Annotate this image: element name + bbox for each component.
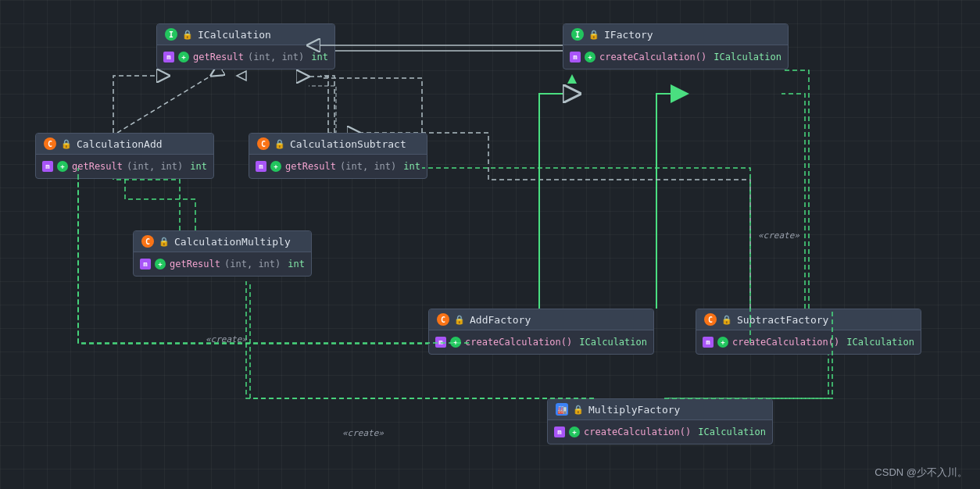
method-type-badge: m <box>570 52 581 62</box>
class-box-calculationadd: C 🔒 CalculationAdd m + getResult (int, i… <box>35 133 214 179</box>
method-createcalc-ifactory: m + createCalculation() ICalculation <box>570 49 781 65</box>
method-access-badge: + <box>155 259 166 269</box>
class-body-icalculation: m + getResult (int, int) int <box>157 45 334 69</box>
class-name-subtractfactory: SubtractFactory <box>737 314 828 326</box>
create-label-3: «create» <box>758 230 799 241</box>
lock-icon-calculationmultiply: 🔒 <box>159 237 170 247</box>
method-access-badge: + <box>57 161 68 172</box>
class-box-ifactory: I 🔒 IFactory m + createCalculation() ICa… <box>563 23 789 70</box>
class-header-subtractfactory: C 🔒 SubtractFactory <box>696 309 921 330</box>
interface-badge-icalculation: I <box>165 28 177 41</box>
method-type-badge: m <box>163 52 174 62</box>
class-header-icalculation: I 🔒 ICalculation <box>157 24 334 45</box>
svg-marker-7 <box>237 71 246 80</box>
class-box-calculationmultiply: C 🔒 CalculationMultiply m + getResult (i… <box>133 230 312 277</box>
create-label-2: «create» <box>342 428 384 438</box>
interface-badge-ifactory: I <box>571 28 584 41</box>
class-body-calculationsubtract: m + getResult (int, int) int <box>249 155 427 178</box>
method-getresult-icalculation: m + getResult (int, int) int <box>163 49 328 65</box>
class-header-multiplyfactory: 🏭 🔒 MultiplyFactory <box>548 399 772 420</box>
method-access-badge: + <box>717 337 728 348</box>
method-access-badge: + <box>569 427 580 437</box>
class-header-ifactory: I 🔒 IFactory <box>563 24 788 45</box>
svg-marker-8 <box>567 74 577 84</box>
class-name-icalculation: ICalculation <box>198 29 271 41</box>
lock-icon-ifactory: 🔒 <box>588 30 599 40</box>
method-access-badge: + <box>450 337 461 348</box>
method-getresult-calculationsubtract: m + getResult (int, int) int <box>256 159 420 174</box>
method-createcalc-addfactory: m + createCalculation() ICalculation <box>435 334 647 350</box>
class-body-addfactory: m + createCalculation() ICalculation <box>429 330 653 354</box>
class-body-calculationmultiply: m + getResult (int, int) int <box>134 252 311 276</box>
class-name-calculationadd: CalculationAdd <box>77 138 163 150</box>
class-badge-addfactory: C <box>437 313 449 326</box>
class-badge-calculationmultiply: C <box>141 235 154 248</box>
lock-icon-icalculation: 🔒 <box>182 30 193 40</box>
class-badge-multiplyfactory: 🏭 <box>556 403 568 416</box>
class-body-calculationadd: m + getResult (int, int) int <box>36 155 213 178</box>
class-badge-subtractfactory: C <box>704 313 717 326</box>
class-box-icalculation: I 🔒 ICalculation m + getResult (int, int… <box>156 23 335 70</box>
method-getresult-calculationmultiply: m + getResult (int, int) int <box>140 256 305 272</box>
method-type-badge: m <box>140 259 151 269</box>
method-access-badge: + <box>178 52 189 62</box>
class-header-addfactory: C 🔒 AddFactory <box>429 309 653 330</box>
class-box-multiplyfactory: 🏭 🔒 MultiplyFactory m + createCalculatio… <box>547 398 773 444</box>
class-name-calculationmultiply: CalculationMultiply <box>174 236 291 248</box>
class-body-multiplyfactory: m + createCalculation() ICalculation <box>548 420 772 444</box>
class-name-ifactory: IFactory <box>604 29 653 41</box>
class-name-calculationsubtract: CalculationSubtract <box>290 138 406 150</box>
method-type-badge: m <box>42 161 53 172</box>
class-body-subtractfactory: m + createCalculation() ICalculation <box>696 330 921 354</box>
method-createcalc-subtractfactory: m + createCalculation() ICalculation <box>703 334 914 350</box>
method-type-badge: m <box>554 427 565 437</box>
method-createcalc-multiplyfactory: m + createCalculation() ICalculation <box>554 424 766 440</box>
class-box-addfactory: C 🔒 AddFactory m + createCalculation() I… <box>428 309 654 355</box>
class-box-calculationsubtract: C 🔒 CalculationSubtract m + getResult (i… <box>249 133 427 179</box>
lock-icon-subtractfactory: 🔒 <box>721 315 732 325</box>
method-getresult-calculationadd: m + getResult (int, int) int <box>42 159 207 174</box>
uml-canvas: I 🔒 ICalculation m + getResult (int, int… <box>0 0 980 489</box>
class-header-calculationadd: C 🔒 CalculationAdd <box>36 134 213 155</box>
method-type-badge: m <box>703 337 714 348</box>
method-access-badge: + <box>270 161 281 172</box>
create-label-1: «create» <box>206 334 247 344</box>
watermark: CSDN @少不入川。 <box>874 466 967 480</box>
class-box-subtractfactory: C 🔒 SubtractFactory m + createCalculatio… <box>696 309 921 355</box>
class-badge-calculationsubtract: C <box>257 137 270 150</box>
method-type-badge: m <box>256 161 266 172</box>
method-type-badge: m <box>435 337 446 348</box>
lock-icon-multiplyfactory: 🔒 <box>573 405 584 415</box>
class-header-calculationmultiply: C 🔒 CalculationMultiply <box>134 231 311 252</box>
svg-line-2 <box>117 76 211 133</box>
method-access-badge: + <box>585 52 596 62</box>
class-header-calculationsubtract: C 🔒 CalculationSubtract <box>249 134 427 155</box>
lock-icon-calculationadd: 🔒 <box>61 139 72 149</box>
class-badge-calculationadd: C <box>44 137 56 150</box>
class-name-addfactory: AddFactory <box>470 314 531 326</box>
class-body-ifactory: m + createCalculation() ICalculation <box>563 45 788 69</box>
class-name-multiplyfactory: MultiplyFactory <box>588 404 680 416</box>
lock-icon-addfactory: 🔒 <box>454 315 465 325</box>
lock-icon-calculationsubtract: 🔒 <box>274 139 285 149</box>
